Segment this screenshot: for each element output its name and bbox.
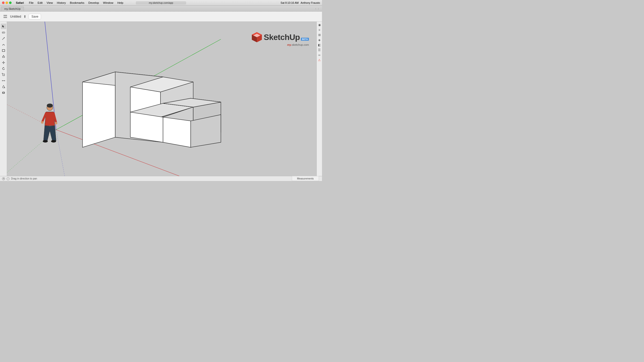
app-toolbar: Untitled ⬆ Save (0, 12, 322, 22)
3d-viewport[interactable]: SketchUp BETA my.sketchup.com (7, 22, 316, 176)
measurements-area: Measurements (292, 176, 319, 181)
pencil-tool[interactable] (1, 36, 6, 41)
svg-marker-14 (4, 67, 4, 68)
document-title: Untitled (10, 15, 21, 18)
nav-icon: ⊞ (3, 177, 5, 180)
logo-url-domain: sketchup.com (292, 43, 309, 46)
tape-measure-tool[interactable] (1, 78, 6, 83)
svg-point-49 (41, 121, 44, 124)
entity-info-tool[interactable]: ∞ (317, 53, 322, 57)
camera-tool[interactable]: ◉ (317, 23, 322, 27)
paint-bucket-tool[interactable] (1, 84, 6, 89)
menubar-time: Sat 8:10:16 AM (280, 1, 299, 4)
hint-icon: i (7, 177, 10, 180)
menubar-right: Sat 8:10:16 AM Anthony Frausto (280, 1, 320, 4)
logo-text: SketchUp (264, 33, 300, 42)
3d-viewport-container: SketchUp BETA my.sketchup.com ◉ ≡ ⊞ ◈ ◧ … (0, 22, 322, 181)
outliner-tool[interactable]: ☰ (317, 48, 322, 52)
sketchup-logo: SketchUp BETA my.sketchup.com (251, 32, 309, 46)
push-pull-tool[interactable] (1, 54, 6, 59)
svg-marker-13 (4, 62, 5, 63)
logo-beta-badge: BETA (301, 38, 309, 41)
right-panel: ◉ ≡ ⊞ ◈ ◧ ☰ ∞ ⚠ (316, 22, 322, 181)
menu-bookmarks[interactable]: Bookmarks (68, 1, 86, 5)
svg-line-1 (3, 32, 4, 33)
svg-line-2 (2, 38, 4, 40)
move-tool[interactable] (1, 60, 6, 65)
svg-point-17 (2, 73, 3, 74)
traffic-lights (2, 2, 12, 4)
hamburger-line-1 (4, 15, 7, 16)
svg-marker-41 (163, 117, 191, 147)
3d-building (70, 32, 233, 162)
menu-file[interactable]: File (27, 1, 35, 5)
svg-point-50 (55, 122, 57, 124)
active-tab[interactable]: my.SketchUp (1, 7, 24, 11)
sketchup-icon (251, 32, 262, 43)
menu-develop[interactable]: Develop (87, 1, 101, 5)
svg-marker-7 (3, 55, 4, 56)
svg-marker-11 (3, 64, 4, 64)
status-info: ⊞ i Drag in direction to pan (2, 177, 37, 180)
svg-point-53 (51, 140, 56, 143)
menubar-user: Anthony Frausto (301, 1, 320, 4)
measurements-label: Measurements (297, 177, 314, 180)
arc-tool[interactable] (1, 42, 6, 47)
maximize-button[interactable] (9, 2, 12, 4)
menu-view[interactable]: View (45, 1, 55, 5)
human-figure (40, 103, 60, 143)
url-display: my.sketchup.com/app (136, 1, 186, 5)
scenes-tool[interactable]: ◧ (317, 43, 322, 47)
hint-text: Drag in direction to pan (11, 177, 37, 180)
status-icon: ⊞ (2, 177, 5, 180)
svg-point-52 (43, 140, 48, 143)
components-tool[interactable]: ⊞ (317, 33, 322, 37)
svg-marker-51 (44, 126, 56, 141)
url-bar-area: my.sketchup.com/app (136, 0, 186, 6)
status-bar: ⊞ i Drag in direction to pan Measurement… (0, 176, 322, 181)
scale-tool[interactable] (1, 72, 6, 77)
minimize-button[interactable] (6, 2, 8, 4)
svg-point-21 (4, 87, 5, 88)
rotate-tool[interactable] (1, 66, 6, 71)
close-button[interactable] (2, 2, 5, 4)
browser-nav: ‹ › (315, 7, 319, 11)
eraser-tool[interactable] (1, 30, 6, 35)
svg-point-45 (47, 104, 53, 108)
logo-url-prefix: my. (287, 43, 292, 46)
left-toolbar (0, 22, 7, 176)
menu-hamburger-button[interactable] (2, 13, 9, 20)
rectangle-tool[interactable] (1, 48, 6, 53)
mac-menubar: Safari File Edit View History Bookmarks … (0, 0, 322, 6)
hamburger-line-3 (4, 17, 7, 18)
orbit-tool[interactable] (1, 90, 6, 96)
forward-icon[interactable]: › (318, 7, 319, 11)
layers-tool[interactable]: ≡ (317, 28, 322, 32)
warnings-tool[interactable]: ⚠ (317, 58, 322, 62)
tab-bar: my.SketchUp ‹ › (0, 6, 322, 12)
svg-rect-5 (3, 56, 5, 58)
styles-tool[interactable]: ◈ (317, 38, 322, 42)
menu-window[interactable]: Window (101, 1, 115, 5)
svg-rect-4 (2, 50, 5, 52)
menu-history[interactable]: History (55, 1, 68, 5)
select-tool[interactable] (1, 24, 6, 29)
logo-url: my.sketchup.com (287, 43, 309, 46)
svg-marker-12 (2, 62, 3, 63)
svg-rect-15 (3, 74, 5, 76)
menu-edit[interactable]: Edit (36, 1, 45, 5)
svg-marker-37 (130, 112, 163, 142)
menu-help[interactable]: Help (115, 1, 125, 5)
save-button[interactable]: Save (29, 14, 41, 19)
svg-marker-10 (3, 61, 4, 62)
share-icon[interactable]: ⬆ (23, 14, 27, 19)
back-icon[interactable]: ‹ (315, 7, 316, 11)
hamburger-line-2 (4, 16, 7, 17)
menu-safari[interactable]: Safari (14, 1, 26, 5)
